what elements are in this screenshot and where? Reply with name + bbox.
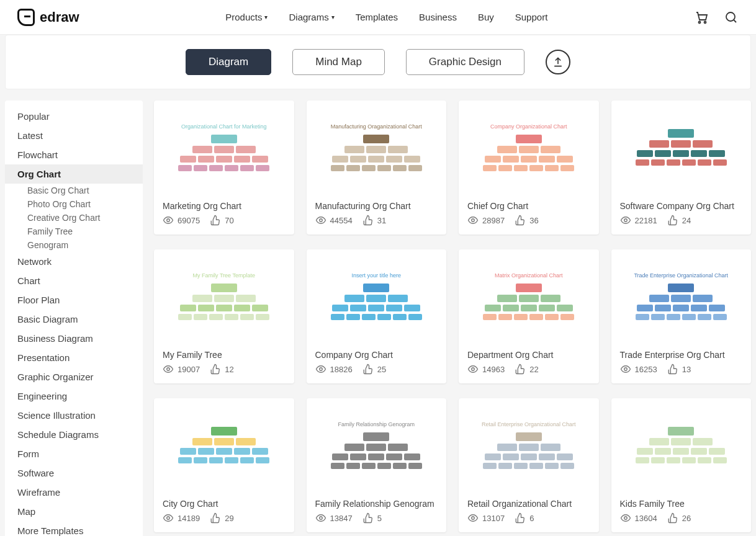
- eye-icon: [467, 512, 479, 524]
- nav-support[interactable]: Support: [515, 12, 548, 22]
- sidebar-item[interactable]: Floor Plan: [5, 290, 143, 310]
- sidebar-item[interactable]: Popular: [5, 107, 143, 126]
- views-stat: 69075: [163, 215, 200, 226]
- template-card[interactable]: Insert your title here Company Org Chart…: [307, 249, 447, 383]
- template-title: Manufacturing Org Chart: [307, 194, 447, 215]
- template-title: Trade Enterprise Org Chart: [611, 342, 752, 364]
- upload-button[interactable]: [546, 50, 570, 74]
- views-stat: 14963: [467, 364, 505, 375]
- template-card[interactable]: City Org Chart 14189 29: [154, 398, 294, 532]
- template-thumbnail: My Family Tree Template: [154, 249, 294, 342]
- sidebar: PopularLatestFlowchartOrg ChartBasic Org…: [5, 100, 143, 536]
- nav-templates[interactable]: Templates: [356, 12, 398, 22]
- tab-diagram[interactable]: Diagram: [186, 49, 271, 75]
- sidebar-item[interactable]: Map: [5, 502, 143, 521]
- views-stat: 14189: [163, 512, 200, 524]
- svg-point-1: [704, 21, 706, 23]
- likes-stat: 24: [667, 215, 691, 226]
- svg-point-7: [167, 368, 170, 371]
- template-card[interactable]: Family Relationship Genogram Family Rela…: [307, 398, 447, 532]
- likes-stat: 70: [210, 215, 233, 226]
- nav-business[interactable]: Business: [419, 12, 457, 22]
- thumbs-up-icon: [210, 364, 221, 375]
- search-icon[interactable]: [724, 10, 739, 25]
- logo-icon: [17, 9, 35, 26]
- thumbs-up-icon: [667, 512, 678, 524]
- sidebar-subitem[interactable]: Basic Org Chart: [5, 184, 143, 197]
- template-title: Software Company Org Chart: [611, 194, 752, 215]
- views-stat: 22181: [620, 215, 657, 226]
- views-stat: 13604: [620, 512, 657, 524]
- nav-diagrams[interactable]: Diagrams▾: [289, 12, 334, 22]
- sidebar-item[interactable]: Chart: [5, 271, 143, 290]
- sidebar-item[interactable]: More Templates: [5, 521, 143, 536]
- template-card[interactable]: My Family Tree Template My Family Tree 1…: [154, 249, 294, 383]
- template-thumbnail: [154, 398, 294, 491]
- sidebar-item[interactable]: Software: [5, 463, 143, 483]
- sidebar-item[interactable]: Presentation: [5, 348, 143, 367]
- template-title: Department Org Chart: [459, 342, 599, 364]
- template-card[interactable]: Software Company Org Chart 22181 24: [611, 100, 752, 234]
- sidebar-subitem[interactable]: Genogram: [5, 238, 143, 252]
- sidebar-item[interactable]: Network: [5, 252, 143, 271]
- template-card[interactable]: Retail Enterprise Organizational Chart R…: [459, 398, 599, 532]
- template-title: City Org Chart: [154, 491, 294, 512]
- tab-mindmap[interactable]: Mind Map: [292, 49, 385, 75]
- eye-icon: [620, 512, 631, 524]
- template-title: Family Relationship Genogram: [307, 491, 447, 512]
- template-card[interactable]: Kids Family Tree 13604 26: [611, 398, 752, 532]
- logo[interactable]: edraw: [17, 9, 79, 26]
- eye-icon: [467, 215, 479, 226]
- template-thumbnail: Manufacturing Oraganizational Chart: [307, 100, 447, 194]
- sidebar-item[interactable]: Science Illustration: [5, 406, 143, 425]
- sidebar-item[interactable]: Latest: [5, 126, 143, 145]
- eye-icon: [315, 364, 326, 375]
- sidebar-item[interactable]: Wireframe: [5, 483, 143, 502]
- likes-stat: 29: [210, 512, 233, 524]
- eye-icon: [163, 215, 174, 226]
- template-card[interactable]: Manufacturing Oraganizational Chart Manu…: [307, 100, 447, 234]
- sidebar-item[interactable]: Form: [5, 444, 143, 463]
- template-thumbnail: Insert your title here: [307, 249, 447, 342]
- sidebar-item[interactable]: Graphic Organizer: [5, 367, 143, 386]
- svg-point-3: [167, 219, 170, 222]
- sidebar-item[interactable]: Schedule Diagrams: [5, 425, 143, 444]
- nav-products[interactable]: Products▾: [225, 12, 268, 22]
- sidebar-subitem[interactable]: Creative Org Chart: [5, 211, 143, 225]
- template-card[interactable]: Matrix Organizational Chart Department O…: [459, 249, 599, 383]
- top-nav: Products▾ Diagrams▾ Templates Business B…: [225, 12, 547, 22]
- sidebar-item[interactable]: Business Diagram: [5, 329, 143, 348]
- thumbs-up-icon: [515, 512, 526, 524]
- sidebar-subitem[interactable]: Photo Org Chart: [5, 197, 143, 211]
- sidebar-item[interactable]: Org Chart: [5, 164, 143, 184]
- eye-icon: [163, 364, 174, 375]
- template-card[interactable]: Company Organizational Chart Chief Org C…: [459, 100, 599, 234]
- svg-point-8: [319, 368, 322, 371]
- template-card[interactable]: Trade Enterprise Organizational Chart Tr…: [611, 249, 752, 383]
- svg-point-13: [472, 517, 475, 520]
- logo-text: edraw: [40, 9, 79, 25]
- template-card[interactable]: Organizational Chart for Marketing Marke…: [154, 100, 294, 234]
- nav-buy[interactable]: Buy: [478, 12, 494, 22]
- eye-icon: [315, 215, 326, 226]
- sidebar-item[interactable]: Flowchart: [5, 145, 143, 164]
- sidebar-item[interactable]: Basic Diagram: [5, 310, 143, 329]
- thumbs-up-icon: [362, 512, 374, 524]
- views-stat: 13847: [315, 512, 353, 524]
- thumbs-up-icon: [667, 364, 678, 375]
- svg-point-11: [167, 517, 170, 520]
- cart-icon[interactable]: [694, 10, 709, 25]
- eye-icon: [163, 512, 174, 524]
- eye-icon: [620, 215, 631, 226]
- tab-graphic-design[interactable]: Graphic Design: [406, 49, 524, 75]
- likes-stat: 6: [515, 512, 534, 524]
- svg-point-4: [319, 219, 322, 222]
- sidebar-subitem[interactable]: Family Tree: [5, 225, 143, 238]
- eye-icon: [467, 364, 479, 375]
- thumbs-up-icon: [667, 215, 678, 226]
- svg-point-6: [624, 219, 627, 222]
- template-thumbnail: [611, 398, 752, 491]
- eye-icon: [315, 512, 326, 524]
- sidebar-item[interactable]: Engineering: [5, 386, 143, 406]
- template-title: Kids Family Tree: [611, 491, 752, 512]
